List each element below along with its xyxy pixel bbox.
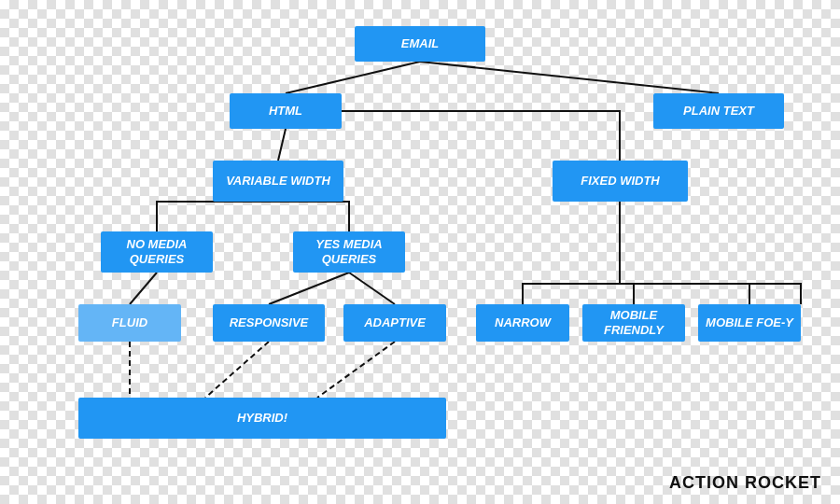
svg-line-1	[420, 62, 719, 93]
node-nomedia: NO MEDIA QUERIES	[101, 231, 213, 273]
node-plaintext: PLAIN TEXT	[653, 93, 784, 129]
svg-line-3	[130, 273, 157, 304]
svg-line-0	[286, 62, 420, 93]
node-mobilefoey: MOBILE FOE-Y	[698, 304, 801, 342]
node-mobilefriendly: MOBILE FRIENDLY	[582, 304, 685, 342]
svg-line-2	[278, 129, 286, 161]
svg-line-5	[349, 273, 395, 304]
node-variablewidth: VARIABLE WIDTH	[213, 161, 343, 202]
node-yesmedia: YES MEDIA QUERIES	[293, 231, 405, 273]
svg-line-12	[317, 342, 395, 398]
node-fluid: FLUID	[78, 304, 181, 342]
node-adaptive: ADAPTIVE	[343, 304, 446, 342]
diagram: EMAIL HTML PLAIN TEXT VARIABLE WIDTH FIX…	[19, 9, 821, 485]
svg-line-4	[269, 273, 349, 304]
node-html: HTML	[230, 93, 342, 129]
node-responsive: RESPONSIVE	[213, 304, 325, 342]
node-hybrid: HYBRID!	[78, 398, 446, 439]
brand-label: ACTION ROCKET	[669, 473, 821, 493]
node-email: EMAIL	[355, 26, 485, 62]
node-narrow: NARROW	[476, 304, 569, 342]
node-fixedwidth: FIXED WIDTH	[553, 161, 688, 202]
svg-line-11	[205, 342, 269, 398]
